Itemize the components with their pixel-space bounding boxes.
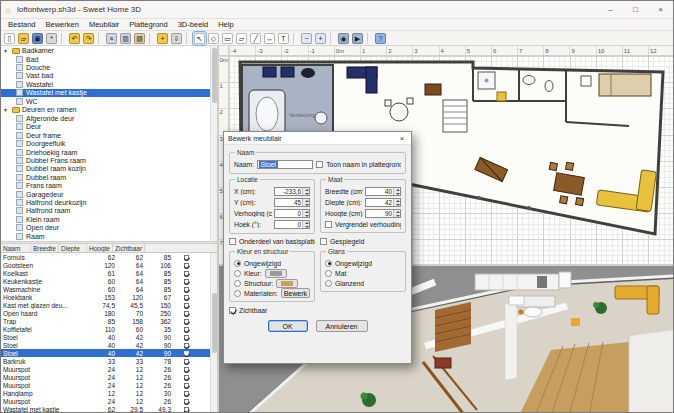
texture-radio[interactable] (234, 280, 241, 287)
new-plan-icon[interactable]: ▯ (3, 32, 16, 45)
column-header[interactable]: Hoogte (87, 244, 113, 252)
create-video-icon[interactable]: ▶ (351, 32, 364, 45)
catalog-item[interactable]: Afgeronde deur (1, 114, 217, 122)
table-scrollbar[interactable] (210, 253, 217, 413)
add-texts-icon[interactable]: T (277, 32, 290, 45)
furniture-row[interactable]: Hanglamp 12 12 30 (1, 389, 217, 397)
create-rooms-icon[interactable]: ▱ (235, 32, 248, 45)
color-radio[interactable] (234, 270, 241, 277)
catalog-item[interactable]: WC (1, 97, 217, 105)
catalog-group-deuren-en-ramen[interactable]: ▾ Deuren en ramen (1, 105, 217, 114)
zoom-out-icon[interactable]: − (300, 32, 313, 45)
cut-icon[interactable]: × (105, 32, 118, 45)
catalog-item[interactable]: Dubbel Frans raam (1, 156, 217, 164)
menu-item[interactable]: Meubilair (84, 20, 124, 29)
menu-item[interactable]: Bestand (3, 20, 41, 29)
dialog-close-button[interactable]: × (393, 132, 411, 144)
visible-checkbox[interactable] (184, 367, 189, 372)
catalog-item[interactable]: Garagedeur (1, 190, 217, 198)
catalog-scrollbar[interactable] (210, 46, 217, 241)
create-dimensions-icon[interactable]: ↔ (263, 32, 276, 45)
shiny-radio[interactable] (325, 280, 332, 287)
visible-checkbox[interactable] (184, 383, 189, 388)
furniture-row[interactable]: Barkruk 33 33 78 (1, 357, 217, 365)
furniture-row[interactable]: Fornuis 62 62 85 (1, 253, 217, 261)
separator[interactable] (149, 33, 153, 44)
help-icon[interactable]: ? (374, 32, 387, 45)
catalog-item[interactable]: Klein raam (1, 215, 217, 223)
scrollbar-thumb[interactable] (212, 293, 217, 353)
color-swatch-button[interactable] (265, 269, 287, 278)
maximize-button[interactable]: □ (623, 1, 648, 18)
catalog-item[interactable]: Wastafel (1, 80, 217, 88)
collapse-arrow-icon[interactable]: ▾ (4, 106, 10, 113)
visible-checkbox[interactable] (184, 335, 189, 340)
materials-edit-button[interactable]: Bewerk (281, 288, 310, 298)
furniture-row[interactable]: Stoel 40 42 90 (1, 333, 217, 341)
catalog-item[interactable]: Driehoekig raam (1, 148, 217, 156)
catalog-item[interactable]: Raam (1, 232, 217, 240)
matt-radio[interactable] (325, 270, 332, 277)
furniture-row[interactable]: Koelkast 61 64 85 (1, 269, 217, 277)
furniture-row[interactable]: Open haard 180 70 250 (1, 309, 217, 317)
catalog-item[interactable]: Halfrond raam (1, 207, 217, 215)
furniture-row[interactable]: Wasmachine 60 64 85 (1, 285, 217, 293)
furniture-row[interactable]: Muurspot 24 12 26 (1, 365, 217, 373)
separator[interactable] (61, 33, 65, 44)
copy-icon[interactable]: ▥ (119, 32, 132, 45)
furniture-row[interactable]: Muurspot 24 12 26 (1, 397, 217, 405)
keep-ratio-checkbox[interactable] (325, 221, 332, 228)
spinner-arrows-icon[interactable] (393, 188, 400, 195)
catalog-item[interactable]: Dubbel raam kozijn (1, 165, 217, 173)
visible-checkbox[interactable] (184, 295, 189, 300)
color-unchanged-radio[interactable] (234, 260, 241, 267)
cancel-button[interactable]: Annuleren (316, 320, 368, 332)
furniture-row[interactable]: Stoel 40 42 90 (1, 341, 217, 349)
furniture-row[interactable]: Koffietafel 110 60 35 (1, 325, 217, 333)
furniture-row[interactable]: Kast met glazen deu... 74,5 45,5 150 (1, 301, 217, 309)
visible-checkbox[interactable] (184, 391, 189, 396)
name-input[interactable]: Stoel (257, 160, 314, 169)
visible-checkbox[interactable] (184, 279, 189, 284)
preferences-icon[interactable]: * (45, 32, 58, 45)
collapse-arrow-icon[interactable]: ▾ (4, 47, 10, 54)
furniture-catalog[interactable]: ▾ Badkamer Bad Douche Vast bad (1, 46, 217, 241)
furniture-row[interactable]: Hoekbank 153 120 67 (1, 293, 217, 301)
y-spinner[interactable]: 45 (274, 198, 310, 207)
catalog-item[interactable]: Frans raam (1, 181, 217, 189)
spinner-arrows-icon[interactable] (302, 188, 309, 195)
paste-icon[interactable]: ▨ (133, 32, 146, 45)
spinner-arrows-icon[interactable] (302, 221, 309, 228)
open-plan-icon[interactable]: ▱ (17, 32, 30, 45)
separator[interactable] (330, 33, 334, 44)
spinner-arrows-icon[interactable] (393, 210, 400, 217)
zoom-in-icon[interactable]: + (314, 32, 327, 45)
catalog-item[interactable]: Deur (1, 123, 217, 131)
separator[interactable] (367, 33, 371, 44)
furniture-row[interactable]: Gootsteen 120 64 106 (1, 261, 217, 269)
depth-spinner[interactable]: 42 (365, 198, 401, 207)
visible-checkbox[interactable] (184, 263, 189, 268)
ok-button[interactable]: OK (268, 320, 308, 332)
visible-checkbox[interactable] (184, 351, 189, 356)
catalog-item[interactable]: Doorgeefluik (1, 140, 217, 148)
furniture-list[interactable]: Naam Breedte Diepte Hoogte Zichtbaar For… (1, 244, 217, 413)
shininess-unchanged-radio[interactable] (325, 260, 332, 267)
catalog-item[interactable]: Vast bad (1, 72, 217, 80)
spinner-arrows-icon[interactable] (393, 199, 400, 206)
column-header[interactable]: Diepte (59, 244, 87, 252)
furniture-row[interactable]: Trap 85 158 362 (1, 317, 217, 325)
elevation-spinner[interactable]: 0 (274, 209, 310, 218)
create-photo-icon[interactable]: ◉ (337, 32, 350, 45)
visible-checkbox[interactable] (184, 271, 189, 276)
visible-checkbox[interactable] (184, 359, 189, 364)
visible-checkbox[interactable] (184, 399, 189, 404)
height-spinner[interactable]: 90 (365, 209, 401, 218)
spinner-arrows-icon[interactable] (302, 210, 309, 217)
base-plan-checkbox[interactable] (229, 238, 236, 245)
width-spinner[interactable]: 40 (365, 187, 401, 196)
menu-item[interactable]: Help (213, 20, 238, 29)
minimize-button[interactable]: – (598, 1, 623, 18)
select-mode-icon[interactable]: ↖ (193, 32, 206, 45)
spinner-arrows-icon[interactable] (302, 199, 309, 206)
